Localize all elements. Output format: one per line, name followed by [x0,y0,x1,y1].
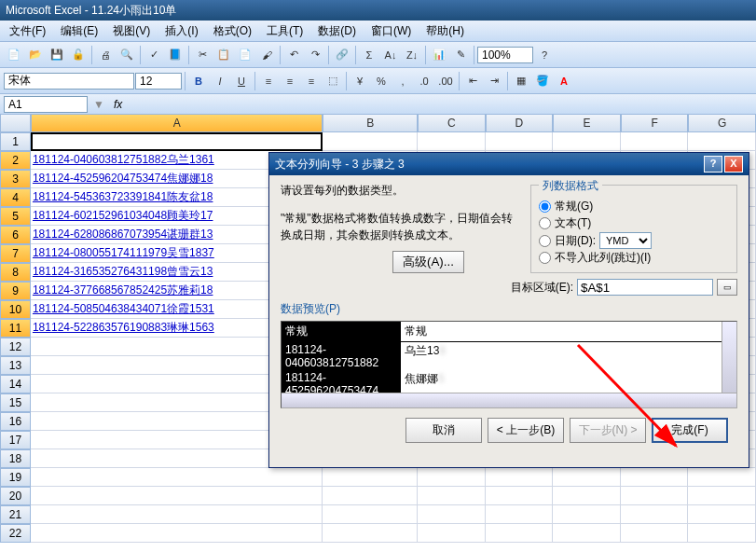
menu-insert[interactable]: 插入(I) [159,21,203,41]
new-icon[interactable]: 📄 [4,45,24,65]
cell[interactable] [688,468,756,487]
cell[interactable] [621,505,689,524]
col-header-d[interactable]: D [486,114,554,132]
destination-input[interactable] [577,279,713,296]
merge-icon[interactable]: ⬚ [323,71,343,91]
dec-indent-icon[interactable]: ⇤ [462,71,483,91]
row-header[interactable]: 2 [0,151,31,170]
menu-data[interactable]: 数据(D) [312,21,362,41]
row-header[interactable]: 1 [0,132,31,151]
cell[interactable] [621,132,689,151]
date-format-select[interactable]: YMD [599,232,652,249]
align-right-icon[interactable]: ≡ [301,71,322,91]
print-icon[interactable]: 🖨 [95,45,116,65]
align-center-icon[interactable]: ≡ [280,71,300,91]
menu-tools[interactable]: 工具(T) [261,21,309,41]
close-button[interactable]: X [724,156,743,172]
font-name-select[interactable]: 宋体 [4,73,134,90]
menu-window[interactable]: 窗口(W) [365,21,417,41]
font-color-icon[interactable]: A [554,71,574,91]
row-header[interactable]: 19 [0,468,31,487]
sort-desc-icon[interactable]: Z↓ [402,45,422,65]
sort-asc-icon[interactable]: A↓ [380,45,401,65]
save-icon[interactable]: 💾 [47,45,67,65]
cell[interactable] [31,132,323,151]
row-header[interactable]: 8 [0,263,31,282]
cell[interactable] [553,468,621,487]
cell[interactable] [688,132,756,151]
row-header[interactable]: 6 [0,226,31,244]
data-preview[interactable]: 常规 常规 181124-040603812751882乌兰138181124-… [281,321,737,408]
cell[interactable] [31,487,323,505]
menu-view[interactable]: 视图(V) [107,21,156,41]
help-icon[interactable]: ? [534,45,555,65]
cell[interactable] [323,468,418,487]
cell[interactable] [553,487,621,505]
zoom-select[interactable]: 100% [477,47,533,63]
undo-icon[interactable]: ↶ [283,45,304,65]
cell[interactable] [688,505,756,524]
paste-icon[interactable]: 📄 [235,45,255,65]
preview-scrollbar-h[interactable] [282,393,736,407]
row-header[interactable]: 13 [0,356,31,375]
col-header-a[interactable]: A [31,114,323,132]
row-header[interactable]: 17 [0,431,31,449]
comma-icon[interactable]: , [392,71,413,91]
link-icon[interactable]: 🔗 [332,45,352,65]
cell[interactable] [323,524,418,543]
row-header[interactable]: 18 [0,449,31,468]
menu-format[interactable]: 格式(O) [208,21,257,41]
cell[interactable] [323,487,418,505]
col-header-b[interactable]: B [323,114,418,132]
collapse-ref-button[interactable]: ▭ [717,279,737,296]
cell[interactable] [486,468,554,487]
cell[interactable] [418,524,486,543]
italic-icon[interactable]: I [210,71,230,91]
bold-icon[interactable]: B [188,71,209,91]
cell[interactable] [418,132,486,151]
cell[interactable] [31,505,323,524]
row-header[interactable]: 3 [0,170,31,188]
preview-scrollbar-v[interactable] [722,322,736,393]
col-header-g[interactable]: G [688,114,756,132]
cell[interactable] [418,487,486,505]
copy-icon[interactable]: 📋 [213,45,234,65]
cell[interactable] [486,132,554,151]
row-header[interactable]: 7 [0,244,31,263]
row-header[interactable]: 12 [0,338,31,356]
cell[interactable] [323,132,418,151]
cell[interactable] [418,468,486,487]
inc-decimal-icon[interactable]: .0 [414,71,434,91]
back-button[interactable]: < 上一步(B) [488,418,564,443]
cell[interactable] [323,505,418,524]
cell[interactable] [486,505,554,524]
row-header[interactable]: 4 [0,188,31,207]
align-left-icon[interactable]: ≡ [258,71,279,91]
cell[interactable] [486,524,554,543]
cell[interactable] [553,505,621,524]
fmt-general-radio[interactable]: 常规(G) [539,199,729,214]
cell[interactable] [621,487,689,505]
pv-col1-header[interactable]: 常规 [282,322,401,341]
row-header[interactable]: 9 [0,282,31,300]
cell[interactable] [621,468,689,487]
col-header-c[interactable]: C [418,114,486,132]
row-header[interactable]: 16 [0,412,31,431]
name-box[interactable]: A1 [4,96,88,113]
currency-icon[interactable]: ¥ [350,71,370,91]
cell[interactable] [31,468,323,487]
research-icon[interactable]: 📘 [165,45,186,65]
percent-icon[interactable]: % [371,71,392,91]
cell[interactable] [553,524,621,543]
select-all-corner[interactable] [0,114,31,132]
fmt-text-radio[interactable]: 文本(T) [539,215,729,231]
dialog-title-bar[interactable]: 文本分列向导 - 3 步骤之 3 ? X [269,153,749,175]
font-size-select[interactable]: 12 [135,73,182,90]
cut-icon[interactable]: ✂ [192,45,213,65]
redo-icon[interactable]: ↷ [305,45,325,65]
finish-button[interactable]: 完成(F) [652,418,728,443]
col-header-e[interactable]: E [553,114,621,132]
cell[interactable] [486,487,554,505]
row-header[interactable]: 20 [0,487,31,505]
cell[interactable] [621,524,689,543]
